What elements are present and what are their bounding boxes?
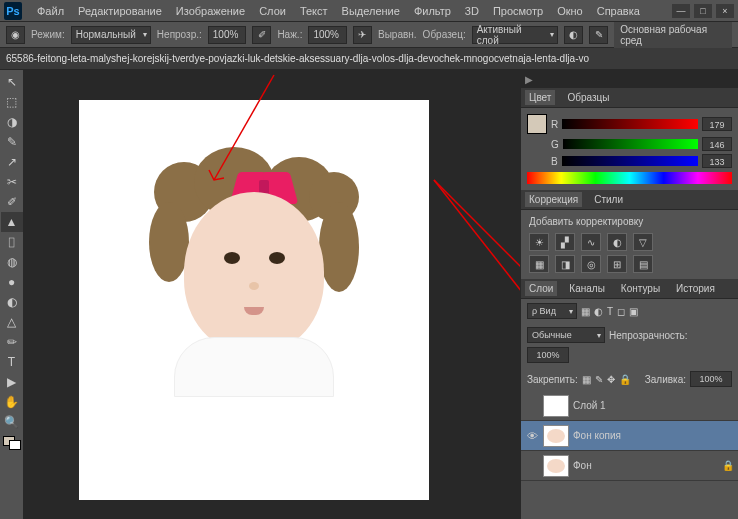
filter-smart-icon[interactable]: ▣: [629, 306, 638, 317]
channel-mixer-icon[interactable]: ⊞: [607, 255, 627, 273]
menu-text[interactable]: Текст: [293, 5, 335, 17]
history-tab[interactable]: История: [672, 281, 719, 296]
layer-name[interactable]: Фон: [573, 460, 592, 471]
layer-name[interactable]: Фон копия: [573, 430, 621, 441]
mode-dropdown[interactable]: Нормальный: [71, 26, 151, 44]
g-slider[interactable]: [563, 139, 698, 149]
eraser-tool[interactable]: ●: [1, 272, 23, 292]
menu-select[interactable]: Выделение: [335, 5, 407, 17]
layer-kind-filter[interactable]: ρ Вид: [527, 303, 577, 319]
lock-position-icon[interactable]: ✥: [607, 374, 615, 385]
layer-thumbnail[interactable]: [543, 395, 569, 417]
close-button[interactable]: ×: [716, 4, 734, 18]
filter-shape-icon[interactable]: ◻: [617, 306, 625, 317]
g-label: G: [551, 139, 559, 150]
color-tab[interactable]: Цвет: [525, 90, 555, 105]
bw-icon[interactable]: ◨: [555, 255, 575, 273]
marquee-tool[interactable]: ⬚: [1, 92, 23, 112]
channels-tab[interactable]: Каналы: [565, 281, 609, 296]
r-value[interactable]: 179: [702, 117, 732, 131]
svg-line-0: [214, 75, 274, 180]
eyedropper-tool[interactable]: ✂: [1, 172, 23, 192]
filter-pixel-icon[interactable]: ▦: [581, 306, 590, 317]
adjustments-tab[interactable]: Коррекция: [525, 192, 582, 207]
stamp-tool[interactable]: ⌷: [1, 232, 23, 252]
r-slider[interactable]: [562, 119, 698, 129]
levels-icon[interactable]: ▞: [555, 233, 575, 251]
crop-tool[interactable]: ↗: [1, 152, 23, 172]
dodge-tool[interactable]: ✏: [1, 332, 23, 352]
styles-tab[interactable]: Стили: [590, 192, 627, 207]
b-value[interactable]: 133: [702, 154, 732, 168]
exposure-icon[interactable]: ◐: [607, 233, 627, 251]
flow-field[interactable]: 100%: [308, 26, 347, 44]
maximize-button[interactable]: □: [694, 4, 712, 18]
r-label: R: [551, 119, 558, 130]
photo-filter-icon[interactable]: ◎: [581, 255, 601, 273]
layers-tab[interactable]: Слои: [525, 281, 557, 296]
menu-view[interactable]: Просмотр: [486, 5, 550, 17]
lock-transparent-icon[interactable]: ▦: [582, 374, 591, 385]
blur-tool[interactable]: △: [1, 312, 23, 332]
menu-edit[interactable]: Редактирование: [71, 5, 169, 17]
menu-filter[interactable]: Фильтр: [407, 5, 458, 17]
b-slider[interactable]: [562, 156, 698, 166]
swatches-tab[interactable]: Образцы: [563, 90, 613, 105]
foreground-color[interactable]: [527, 114, 547, 134]
tool-preset-icon[interactable]: ◉: [6, 26, 25, 44]
type-tool[interactable]: T: [1, 352, 23, 372]
move-tool[interactable]: ↖: [1, 72, 23, 92]
path-tool[interactable]: ▶: [1, 372, 23, 392]
lookup-icon[interactable]: ▤: [633, 255, 653, 273]
color-swatch[interactable]: [3, 436, 21, 450]
airbrush-icon[interactable]: ✈: [353, 26, 372, 44]
opacity-label: Непрозр.:: [157, 29, 202, 40]
layer-row[interactable]: Слой 1: [521, 391, 738, 421]
hand-tool[interactable]: ✋: [1, 392, 23, 412]
menu-layers[interactable]: Слои: [252, 5, 293, 17]
wand-tool[interactable]: ✎: [1, 132, 23, 152]
lock-all-icon[interactable]: 🔒: [619, 374, 631, 385]
play-icon[interactable]: ▶: [525, 74, 533, 85]
layer-thumbnail[interactable]: [543, 425, 569, 447]
canvas-area[interactable]: [24, 70, 520, 519]
layer-opacity-field[interactable]: 100%: [527, 347, 569, 363]
g-value[interactable]: 146: [702, 137, 732, 151]
sample-ignore-icon[interactable]: ◐: [564, 26, 583, 44]
healing-tool[interactable]: ✐: [1, 192, 23, 212]
lock-pixels-icon[interactable]: ✎: [595, 374, 603, 385]
menu-file[interactable]: Файл: [30, 5, 71, 17]
fill-field[interactable]: 100%: [690, 371, 732, 387]
visibility-toggle[interactable]: 👁: [525, 430, 539, 442]
lasso-tool[interactable]: ◑: [1, 112, 23, 132]
hue-icon[interactable]: ▦: [529, 255, 549, 273]
history-brush-tool[interactable]: ◍: [1, 252, 23, 272]
sample-dropdown[interactable]: Активный слой: [472, 26, 558, 44]
menu-3d[interactable]: 3D: [458, 5, 486, 17]
paths-tab[interactable]: Контуры: [617, 281, 664, 296]
filter-type-icon[interactable]: T: [607, 306, 613, 317]
vibrance-icon[interactable]: ▽: [633, 233, 653, 251]
svg-line-2: [434, 180, 520, 320]
opacity-pressure-icon[interactable]: ✐: [252, 26, 271, 44]
gradient-tool[interactable]: ◐: [1, 292, 23, 312]
layer-thumbnail[interactable]: [543, 455, 569, 477]
workspace-label[interactable]: Основная рабочая сред: [614, 22, 732, 48]
blend-mode-dropdown[interactable]: Обычные: [527, 327, 605, 343]
layer-row[interactable]: 👁 Фон копия: [521, 421, 738, 451]
zoom-tool[interactable]: 🔍: [1, 412, 23, 432]
tablet-pressure-icon[interactable]: ✎: [589, 26, 608, 44]
document-tab[interactable]: 65586-feitong-leta-malyshej-korejskij-tv…: [6, 53, 589, 64]
minimize-button[interactable]: —: [672, 4, 690, 18]
menu-help[interactable]: Справка: [590, 5, 647, 17]
brush-tool[interactable]: ▲: [1, 212, 23, 232]
menu-image[interactable]: Изображение: [169, 5, 252, 17]
brightness-icon[interactable]: ☀: [529, 233, 549, 251]
opacity-field[interactable]: 100%: [208, 26, 247, 44]
color-spectrum[interactable]: [527, 172, 732, 184]
curves-icon[interactable]: ∿: [581, 233, 601, 251]
layer-row[interactable]: Фон 🔒: [521, 451, 738, 481]
menu-window[interactable]: Окно: [550, 5, 590, 17]
layer-name[interactable]: Слой 1: [573, 400, 606, 411]
filter-adjust-icon[interactable]: ◐: [594, 306, 603, 317]
